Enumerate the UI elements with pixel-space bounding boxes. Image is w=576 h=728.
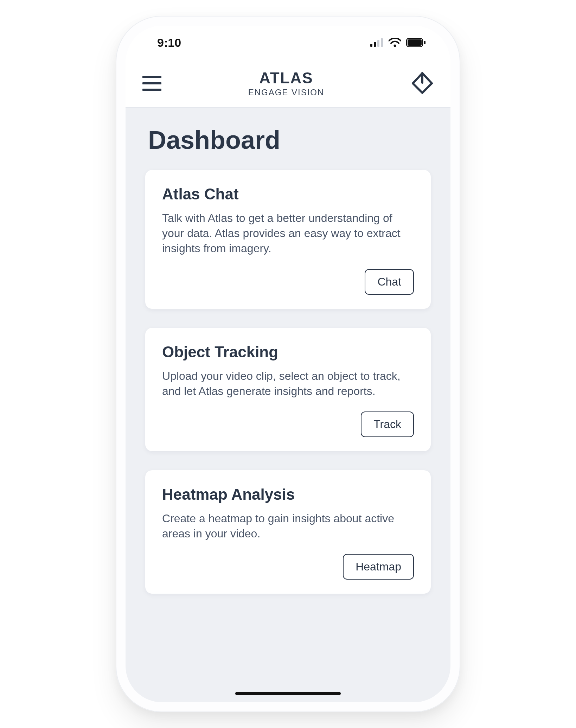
brand-logo-button[interactable] — [408, 69, 436, 97]
app-title: ATLAS — [248, 69, 325, 87]
card-heatmap-analysis: Heatmap Analysis Create a heatmap to gai… — [145, 470, 431, 594]
app-title-block: ATLAS ENGAGE VISION — [248, 69, 325, 97]
home-indicator[interactable] — [235, 692, 341, 695]
phone-screen: 9:10 — [126, 26, 450, 702]
heatmap-button[interactable]: Heatmap — [343, 554, 414, 580]
chat-button[interactable]: Chat — [365, 269, 414, 295]
diamond-check-icon — [410, 71, 435, 96]
device-mockup-stage: 9:10 — [0, 0, 576, 728]
status-time: 9:10 — [157, 36, 181, 50]
menu-button[interactable] — [140, 71, 164, 96]
card-title: Atlas Chat — [162, 185, 414, 203]
page-title: Dashboard — [148, 126, 428, 154]
phone-frame: 9:10 — [116, 16, 460, 712]
card-description: Create a heatmap to gain insights about … — [162, 511, 414, 541]
battery-icon — [406, 38, 426, 47]
card-description: Talk with Atlas to get a better understa… — [162, 211, 414, 256]
status-bar: 9:10 — [126, 26, 450, 59]
svg-rect-1 — [374, 42, 376, 47]
svg-point-4 — [394, 45, 396, 47]
app-subtitle: ENGAGE VISION — [248, 88, 325, 97]
card-object-tracking: Object Tracking Upload your video clip, … — [145, 328, 431, 451]
status-indicators — [370, 38, 426, 47]
svg-rect-2 — [377, 40, 379, 47]
svg-rect-3 — [381, 38, 383, 47]
card-description: Upload your video clip, select an object… — [162, 369, 414, 399]
card-title: Object Tracking — [162, 343, 414, 361]
svg-rect-7 — [424, 41, 425, 44]
svg-rect-0 — [370, 44, 372, 47]
track-button[interactable]: Track — [361, 411, 414, 437]
page-body: Dashboard Atlas Chat Talk with Atlas to … — [126, 108, 450, 702]
hamburger-icon — [142, 76, 161, 91]
card-atlas-chat: Atlas Chat Talk with Atlas to get a bett… — [145, 170, 431, 309]
app-header: ATLAS ENGAGE VISION — [126, 59, 450, 108]
svg-rect-6 — [408, 39, 422, 46]
cellular-icon — [370, 38, 384, 47]
wifi-icon — [389, 38, 401, 47]
card-title: Heatmap Analysis — [162, 486, 414, 503]
